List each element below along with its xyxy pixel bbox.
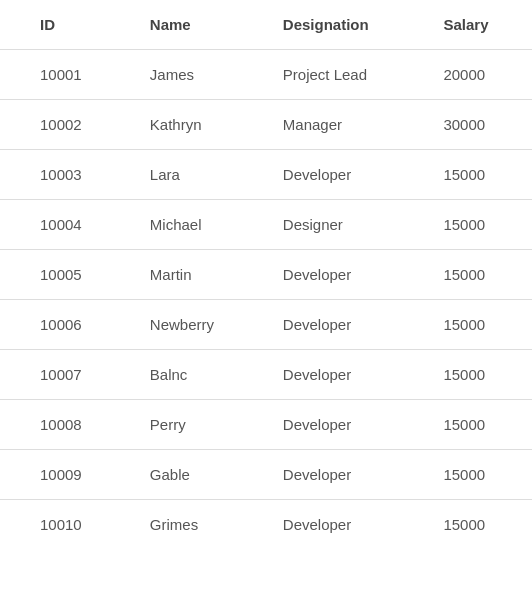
cell-id: 10008	[0, 400, 130, 450]
col-header-designation: Designation	[263, 0, 424, 50]
cell-salary: 15000	[423, 350, 532, 400]
cell-id: 10005	[0, 250, 130, 300]
table-row: 10009GableDeveloper15000	[0, 450, 532, 500]
col-header-name: Name	[130, 0, 263, 50]
cell-name: Newberry	[130, 300, 263, 350]
cell-salary: 15000	[423, 500, 532, 550]
table-row: 10002KathrynManager30000	[0, 100, 532, 150]
table-container: ID Name Designation Salary 10001JamesPro…	[0, 0, 532, 549]
table-row: 10010GrimesDeveloper15000	[0, 500, 532, 550]
cell-designation: Developer	[263, 350, 424, 400]
table-row: 10004MichaelDesigner15000	[0, 200, 532, 250]
cell-salary: 15000	[423, 200, 532, 250]
cell-salary: 15000	[423, 250, 532, 300]
cell-salary: 15000	[423, 300, 532, 350]
cell-salary: 30000	[423, 100, 532, 150]
cell-salary: 15000	[423, 400, 532, 450]
cell-id: 10007	[0, 350, 130, 400]
cell-designation: Project Lead	[263, 50, 424, 100]
cell-id: 10009	[0, 450, 130, 500]
cell-id: 10006	[0, 300, 130, 350]
table-row: 10003LaraDeveloper15000	[0, 150, 532, 200]
cell-id: 10004	[0, 200, 130, 250]
cell-designation: Manager	[263, 100, 424, 150]
cell-salary: 15000	[423, 150, 532, 200]
cell-id: 10002	[0, 100, 130, 150]
table-header-row: ID Name Designation Salary	[0, 0, 532, 50]
cell-name: Kathryn	[130, 100, 263, 150]
cell-designation: Developer	[263, 400, 424, 450]
table-row: 10001JamesProject Lead20000	[0, 50, 532, 100]
cell-designation: Designer	[263, 200, 424, 250]
cell-designation: Developer	[263, 450, 424, 500]
cell-designation: Developer	[263, 250, 424, 300]
cell-designation: Developer	[263, 500, 424, 550]
cell-name: Lara	[130, 150, 263, 200]
table-row: 10006NewberryDeveloper15000	[0, 300, 532, 350]
cell-designation: Developer	[263, 300, 424, 350]
cell-designation: Developer	[263, 150, 424, 200]
cell-id: 10010	[0, 500, 130, 550]
table-row: 10008PerryDeveloper15000	[0, 400, 532, 450]
cell-id: 10001	[0, 50, 130, 100]
col-header-id: ID	[0, 0, 130, 50]
col-header-salary: Salary	[423, 0, 532, 50]
cell-name: Michael	[130, 200, 263, 250]
table-row: 10005MartinDeveloper15000	[0, 250, 532, 300]
cell-name: Perry	[130, 400, 263, 450]
cell-salary: 20000	[423, 50, 532, 100]
cell-id: 10003	[0, 150, 130, 200]
cell-name: Balnc	[130, 350, 263, 400]
cell-name: James	[130, 50, 263, 100]
cell-salary: 15000	[423, 450, 532, 500]
employees-table: ID Name Designation Salary 10001JamesPro…	[0, 0, 532, 549]
cell-name: Grimes	[130, 500, 263, 550]
cell-name: Gable	[130, 450, 263, 500]
table-row: 10007BalncDeveloper15000	[0, 350, 532, 400]
cell-name: Martin	[130, 250, 263, 300]
